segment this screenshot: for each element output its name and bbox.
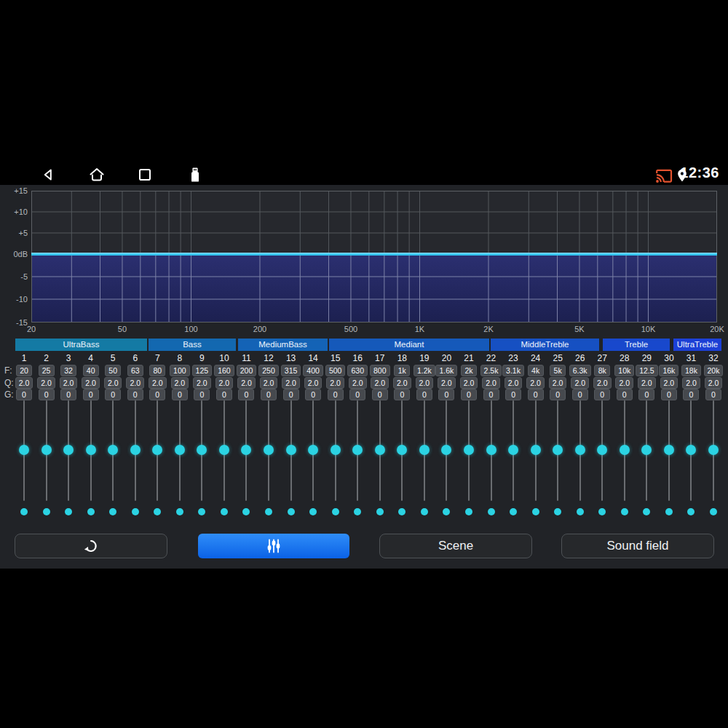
freq-chip[interactable]: 2k: [461, 365, 477, 376]
slider-knob[interactable]: [241, 445, 251, 455]
gain-chip[interactable]: 0: [683, 389, 699, 400]
q-chip[interactable]: 2.0: [326, 377, 344, 389]
gain-chip[interactable]: 0: [661, 389, 677, 400]
freq-chip[interactable]: 25: [39, 365, 55, 376]
freq-chip[interactable]: 2.5k: [480, 365, 502, 376]
slider-knob[interactable]: [620, 445, 630, 455]
scene-button[interactable]: Scene: [379, 534, 532, 558]
q-chip[interactable]: 2.0: [37, 377, 55, 389]
q-chip[interactable]: 2.0: [304, 377, 323, 389]
q-chip[interactable]: 2.0: [104, 377, 122, 389]
freq-chip[interactable]: 250: [258, 365, 279, 376]
freq-chip[interactable]: 315: [281, 365, 301, 376]
slider-knob[interactable]: [219, 445, 229, 455]
slider-dot[interactable]: [43, 508, 50, 515]
gain-chip[interactable]: 0: [394, 389, 410, 400]
slider-dot[interactable]: [398, 508, 405, 515]
slider-knob[interactable]: [664, 445, 674, 455]
q-chip[interactable]: 2.0: [260, 377, 278, 389]
gain-chip[interactable]: 0: [261, 389, 277, 400]
slider-knob[interactable]: [464, 445, 474, 455]
slider-dot[interactable]: [154, 508, 161, 515]
freq-chip[interactable]: 16k: [659, 365, 678, 376]
gain-chip[interactable]: 0: [617, 389, 633, 400]
usb-button[interactable]: [186, 165, 205, 184]
gain-chip[interactable]: 0: [283, 389, 299, 400]
slider-dot[interactable]: [109, 508, 116, 515]
gain-chip[interactable]: 0: [60, 389, 76, 400]
q-chip[interactable]: 2.0: [638, 377, 656, 389]
slider-dot[interactable]: [554, 508, 561, 515]
slider-dot[interactable]: [421, 508, 428, 515]
slider-dot[interactable]: [132, 508, 139, 515]
q-chip[interactable]: 2.0: [193, 377, 211, 389]
equalizer-button[interactable]: [198, 534, 349, 558]
gain-chip[interactable]: 0: [39, 389, 55, 400]
freq-chip[interactable]: 5k: [550, 365, 566, 376]
slider-dot[interactable]: [577, 508, 584, 515]
freq-chip[interactable]: 630: [347, 365, 368, 376]
slider-dot[interactable]: [176, 508, 183, 515]
freq-chip[interactable]: 40: [83, 365, 99, 376]
slider-knob[interactable]: [41, 445, 52, 455]
q-chip[interactable]: 2.0: [237, 377, 256, 389]
freq-chip[interactable]: 18k: [681, 365, 701, 376]
q-chip[interactable]: 2.0: [460, 377, 478, 389]
q-chip[interactable]: 2.0: [549, 377, 567, 389]
sound-field-button[interactable]: Sound field: [561, 534, 714, 558]
q-chip[interactable]: 2.0: [438, 377, 456, 389]
gain-chip[interactable]: 0: [572, 389, 588, 400]
slider-knob[interactable]: [197, 445, 207, 455]
freq-chip[interactable]: 63: [127, 365, 143, 376]
freq-chip[interactable]: 160: [214, 365, 234, 376]
slider-dot[interactable]: [221, 508, 228, 515]
gain-chip[interactable]: 0: [328, 389, 344, 400]
freq-chip[interactable]: 6.3k: [569, 365, 591, 376]
slider-dot[interactable]: [332, 508, 339, 515]
slider-knob[interactable]: [19, 445, 29, 455]
slider-knob[interactable]: [486, 445, 496, 455]
freq-chip[interactable]: 125: [192, 365, 213, 376]
slider-dot[interactable]: [87, 508, 95, 515]
slider-dot[interactable]: [265, 508, 272, 515]
freq-chip[interactable]: 20k: [704, 365, 724, 376]
q-chip[interactable]: 2.0: [215, 377, 234, 389]
gain-chip[interactable]: 0: [550, 389, 566, 400]
q-chip[interactable]: 2.0: [126, 377, 144, 389]
slider-dot[interactable]: [242, 508, 250, 515]
freq-chip[interactable]: 8k: [594, 365, 610, 376]
slider-dot[interactable]: [598, 508, 606, 515]
q-chip[interactable]: 2.0: [593, 377, 612, 389]
recents-button[interactable]: [135, 165, 154, 184]
slider-dot[interactable]: [687, 508, 695, 515]
q-chip[interactable]: 2.0: [705, 377, 723, 389]
slider-knob[interactable]: [63, 445, 74, 455]
slider-knob[interactable]: [86, 445, 96, 455]
gain-chip[interactable]: 0: [127, 389, 143, 400]
slider-knob[interactable]: [397, 445, 407, 455]
gain-chip[interactable]: 0: [483, 389, 499, 400]
gain-chip[interactable]: 0: [105, 389, 121, 400]
q-chip[interactable]: 2.0: [371, 377, 389, 389]
slider-knob[interactable]: [575, 445, 585, 455]
slider-dot[interactable]: [20, 508, 28, 515]
slider-knob[interactable]: [686, 445, 696, 455]
back-button[interactable]: [39, 165, 58, 184]
gain-chip[interactable]: 0: [638, 389, 654, 400]
gain-chip[interactable]: 0: [172, 389, 188, 400]
q-chip[interactable]: 2.0: [482, 377, 500, 389]
q-chip[interactable]: 2.0: [393, 377, 411, 389]
slider-knob[interactable]: [419, 445, 430, 455]
q-chip[interactable]: 2.0: [571, 377, 589, 389]
slider-dot[interactable]: [198, 508, 205, 515]
q-chip[interactable]: 2.0: [60, 377, 78, 389]
slider-knob[interactable]: [331, 445, 341, 455]
q-chip[interactable]: 2.0: [416, 377, 434, 389]
q-chip[interactable]: 2.0: [282, 377, 300, 389]
slider-dot[interactable]: [510, 508, 517, 515]
slider-knob[interactable]: [641, 445, 652, 455]
q-chip[interactable]: 2.0: [149, 377, 167, 389]
gain-chip[interactable]: 0: [149, 389, 165, 400]
slider-dot[interactable]: [288, 508, 295, 515]
freq-chip[interactable]: 3.1k: [502, 365, 524, 376]
